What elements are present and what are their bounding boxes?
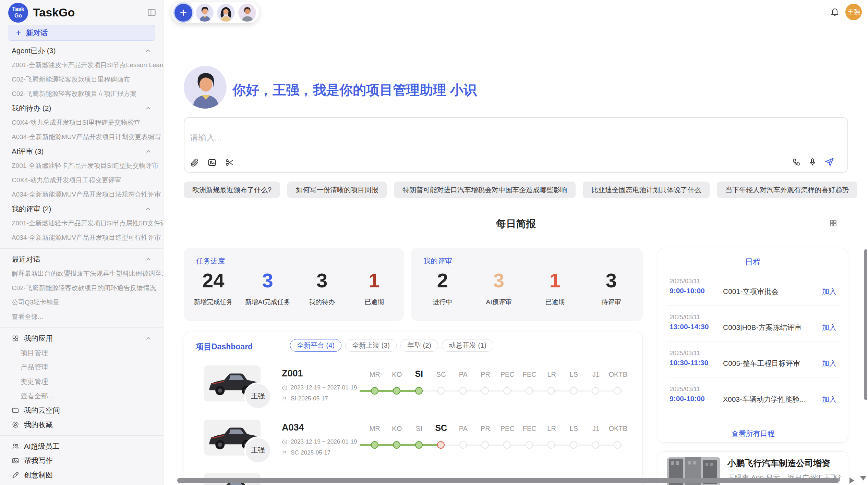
app-item-product-mgmt[interactable]: 产品管理: [0, 360, 163, 374]
milestone-dot: [371, 387, 378, 395]
star-icon: [12, 421, 19, 428]
horizontal-scrollbar-thumb[interactable]: [177, 478, 839, 483]
divider: [0, 327, 163, 328]
recent-chat-item[interactable]: 公司Q3轻卡销量: [0, 295, 163, 310]
milestone-dot: [437, 387, 445, 395]
chevron-up-icon[interactable]: [145, 206, 152, 212]
join-link[interactable]: 加入: [822, 287, 836, 296]
sidebar-item-help-me-write[interactable]: 帮我写作: [0, 453, 163, 468]
sidebar-item-creative-drawing[interactable]: 创意制图: [0, 468, 163, 482]
agent-avatar[interactable]: [238, 4, 256, 22]
folder-icon: [12, 407, 19, 414]
bell-icon[interactable]: [830, 7, 840, 16]
milestone-dot: [592, 387, 599, 395]
sidebar-item-my-apps[interactable]: 我的应用: [0, 331, 163, 346]
sidebar-item[interactable]: C0X4-动力总成开发项目SI里程碑提交物检查: [0, 115, 163, 130]
milestone-dot: [481, 441, 489, 449]
panel-toggle-icon[interactable]: [147, 8, 156, 17]
sidebar-item[interactable]: A034-全新新能源MUV产品开发项目法规符合性评审: [0, 187, 163, 202]
milestone-dot: [526, 441, 533, 449]
schedule-event: C005-整车工程目标评审: [723, 359, 800, 368]
plus-icon: [179, 8, 188, 17]
app-item-change-mgmt[interactable]: 变更管理: [0, 374, 163, 389]
milestone-dot-current: [437, 441, 445, 449]
chevron-up-icon[interactable]: [145, 105, 152, 112]
join-link[interactable]: 加入: [822, 395, 836, 404]
sidebar-item[interactable]: A034-全新新能源MUV产品开发项目造型可行性评审: [0, 231, 163, 245]
user-avatar[interactable]: 王强: [845, 4, 862, 20]
sidebar-item[interactable]: A034-全新新能源MUV产品开发项目计划变更表编写: [0, 130, 163, 144]
app-item-project-mgmt[interactable]: 项目管理: [0, 346, 163, 360]
image-icon[interactable]: [207, 158, 217, 167]
grid-icon[interactable]: [829, 219, 837, 227]
filter-chip[interactable]: 全新平台 (4): [290, 339, 341, 352]
sidebar-item[interactable]: C02-飞腾新能源轻客改款项目里程碑画布: [0, 72, 163, 87]
stat-overdue: 1 已逾期: [534, 269, 576, 307]
filter-chip[interactable]: 全新上装 (3): [345, 339, 397, 352]
suggestion-chip[interactable]: 特朗普可能对进口汽车增税会对中国车企造成哪些影响: [394, 182, 576, 198]
chevron-up-icon[interactable]: [145, 256, 152, 263]
add-agent-button[interactable]: [174, 4, 192, 22]
divider: [0, 248, 163, 249]
schedule-event: X003-车辆动力学性能验...: [723, 395, 806, 404]
suggestion-chip[interactable]: 比亚迪全固态电池计划具体说了什么: [583, 182, 710, 198]
chevron-up-icon[interactable]: [145, 148, 152, 155]
milestone-dot: [393, 387, 400, 395]
sidebar-item[interactable]: Z001-全新燃油皮卡产品开发项目SI节点Lesson Learn报告: [0, 58, 163, 72]
sidebar-item[interactable]: C02-飞腾新能源轻客改款项目立项汇报方案: [0, 87, 163, 101]
project-row[interactable]: 王强 Z001 2023-12-19 ~ 2027-01-19 SI-2025-…: [184, 365, 642, 410]
agent-avatar[interactable]: [217, 4, 235, 22]
scissors-icon[interactable]: [225, 158, 234, 167]
mic-icon[interactable]: [808, 158, 817, 166]
join-link[interactable]: 加入: [822, 359, 836, 368]
section-recent-chats[interactable]: 最近对话: [0, 252, 163, 266]
join-link[interactable]: 加入: [822, 323, 836, 332]
chat-input[interactable]: [190, 133, 498, 142]
section-my-review[interactable]: 我的评审 (2): [0, 202, 163, 216]
divider: [667, 305, 839, 306]
owner-badge: 王强: [246, 438, 270, 462]
scroll-right-arrow[interactable]: [849, 477, 854, 484]
card-title: 我的评审: [423, 256, 452, 266]
suggestion-chip[interactable]: 如何写一份清晰的项目周报: [287, 182, 387, 198]
send-icon[interactable]: [824, 157, 834, 167]
sidebar-item[interactable]: Z001-全新燃油轻卡产品开发项目SI造型提交物评审: [0, 159, 163, 173]
section-agent-done[interactable]: Agent已办 (3): [0, 43, 163, 58]
sidebar-item-ai-super-staff[interactable]: AI超级员工: [0, 439, 163, 453]
image-icon: [12, 457, 19, 464]
project-row[interactable]: 王强 A034 2023-12-19 ~ 2026-01-19 SC-2025-…: [184, 420, 642, 464]
app-logo: Task Go: [8, 3, 28, 23]
recent-chat-item[interactable]: 解释最新出台的欧盟报废车法规再生塑料比例被调至15%...: [0, 266, 163, 281]
schedule-time: 10:30-11:30: [670, 359, 708, 367]
new-chat-button[interactable]: 新对话: [8, 25, 155, 41]
apps-view-all[interactable]: 查看全部...: [0, 389, 163, 403]
milestone-dot: [614, 387, 621, 395]
sidebar-item-cloud-space[interactable]: 我的云空间: [0, 403, 163, 418]
section-ai-review[interactable]: AI评审 (3): [0, 144, 163, 159]
clock-icon: [282, 385, 288, 391]
view-all-schedule-link[interactable]: 查看所有日程: [658, 429, 848, 438]
vertical-scrollbar-thumb[interactable]: [864, 249, 867, 400]
filter-chip[interactable]: 年型 (2): [400, 339, 438, 352]
sidebar-item-favorites[interactable]: 我的收藏: [0, 418, 163, 432]
schedule-time: 9:00-10:00: [670, 395, 705, 403]
phone-icon[interactable]: [792, 158, 801, 166]
suggestion-chip[interactable]: 欧洲新规最近颁布了什么?: [184, 182, 280, 198]
chevron-up-icon[interactable]: [145, 335, 152, 342]
section-my-todo[interactable]: 我的待办 (2): [0, 101, 163, 115]
recent-view-all[interactable]: 查看全部...: [0, 310, 163, 324]
dashboard-filters: 全新平台 (4) 全新上装 (3) 年型 (2) 动总开发 (1): [290, 339, 493, 352]
filter-chip[interactable]: 动总开发 (1): [442, 339, 493, 352]
suggestion-chip[interactable]: 当下年轻人对汽车外观有怎样的喜好趋势: [717, 182, 857, 198]
schedule-event: C001-立项审批会: [723, 287, 779, 296]
scroll-down-arrow[interactable]: [860, 476, 866, 481]
agent-avatar[interactable]: [196, 4, 214, 22]
schedule-date: 2025/03/11: [670, 350, 700, 357]
sidebar-item[interactable]: C0X4-动力总成开发项目工程变更评审: [0, 173, 163, 187]
stat-ai-pre-review: 3 AI预评审: [478, 269, 519, 307]
assistant-avatar: [184, 66, 227, 109]
sidebar-item[interactable]: Z001-全新燃油轻卡产品开发项目SI节点属性5D文件评审: [0, 216, 163, 231]
chevron-up-icon[interactable]: [145, 48, 152, 54]
recent-chat-item[interactable]: C02-飞腾新能源轻客改款项目的闭环通告反馈情况: [0, 281, 163, 295]
paperclip-icon[interactable]: [190, 158, 199, 167]
